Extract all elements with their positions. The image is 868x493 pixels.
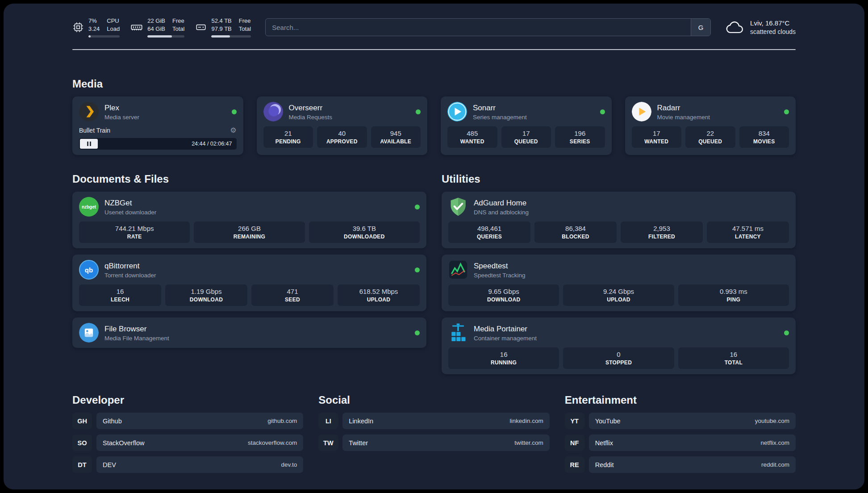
app-subtitle: Media server — [104, 114, 139, 121]
gear-icon[interactable]: ⚙ — [230, 126, 236, 134]
bookmark-url: youtube.com — [755, 418, 789, 424]
pause-button[interactable] — [80, 139, 98, 149]
section-media: Media Plex Media server Bullet Train — [72, 78, 796, 155]
bookmark-youtube[interactable]: YT YouTube youtube.com — [565, 413, 796, 429]
section-documents: Documents & Files nzbget NZBGet Usenet d… — [72, 173, 426, 374]
disk-widget: 52.4 TB 97.9 TB Free Total — [195, 17, 251, 38]
disk-free-value: 52.4 TB — [211, 17, 231, 25]
status-dot — [415, 267, 420, 272]
search-input[interactable] — [266, 19, 691, 36]
stat-rate: 744.21 Mbps RATE — [79, 221, 190, 243]
bookmark-name: StackOverflow — [103, 439, 144, 447]
stat-stopped: 0 STOPPED — [563, 347, 674, 369]
app-name: AdGuard Home — [474, 198, 529, 208]
app-card-qbittorrent[interactable]: qb qBittorrent Torrent downloader 16 LEE… — [72, 255, 426, 311]
section-title-entertainment: Entertainment — [565, 394, 796, 406]
bookmark-linkedin[interactable]: LI LinkedIn linkedin.com — [318, 413, 549, 429]
stat-upload: 9.24 Gbps UPLOAD — [563, 284, 674, 306]
app-card-nzbget[interactable]: nzbget NZBGet Usenet downloader 744.21 M… — [72, 192, 426, 248]
app-card-overseerr[interactable]: Overseerr Media Requests 21 PENDING 40 A… — [257, 96, 428, 155]
stat-wanted: 17 WANTED — [632, 126, 682, 148]
plex-icon — [79, 102, 99, 121]
search-bar: G — [265, 18, 711, 36]
stat-seed: 471 SEED — [251, 284, 334, 306]
section-title-documents: Documents & Files — [72, 173, 426, 185]
app-card-plex[interactable]: Plex Media server Bullet Train ⚙ 24:44 /… — [72, 96, 243, 155]
app-subtitle: DNS and adblocking — [474, 209, 529, 216]
app-subtitle: Usenet downloader — [104, 209, 156, 216]
playback-time: 24:44 / 02:06:47 — [192, 141, 235, 147]
app-card-sonarr[interactable]: Sonarr Series management 485 WANTED 17 Q… — [441, 96, 612, 155]
top-bar: 7% 3.24 CPU Load — [72, 4, 796, 38]
bookmark-dev[interactable]: DT DEV dev.to — [72, 456, 303, 473]
bookmark-name: LinkedIn — [349, 418, 373, 425]
app-card-portainer[interactable]: Media Portainer Container management 16 … — [442, 318, 796, 374]
memory-usage-bar — [147, 35, 184, 38]
now-playing-title: Bullet Train — [79, 127, 110, 134]
portainer-icon — [448, 323, 468, 343]
stat-filtered: 2,953 FILTERED — [621, 221, 703, 243]
disk-usage-bar — [211, 35, 251, 38]
nzbget-icon: nzbget — [79, 197, 99, 217]
bookmark-github[interactable]: GH Github github.com — [72, 413, 303, 429]
bookmark-url: reddit.com — [761, 461, 789, 468]
section-social: Social LI LinkedIn linkedin.com TW Twitt… — [318, 394, 549, 456]
stat-upload: 618.52 Mbps UPLOAD — [338, 284, 420, 306]
topbar-divider — [72, 49, 796, 50]
speedtest-icon — [448, 260, 468, 280]
stat-queries: 498,461 QUERIES — [448, 221, 530, 243]
app-card-radarr[interactable]: Radarr Movie management 17 WANTED 22 QUE… — [625, 96, 796, 155]
status-dot — [415, 205, 420, 209]
stat-latency: 47.571 ms LATENCY — [707, 221, 789, 243]
cpu-label: CPU — [107, 17, 120, 25]
stat-queued: 22 QUEUED — [685, 126, 735, 148]
section-title-social: Social — [318, 394, 549, 406]
stat-queued: 17 QUEUED — [501, 126, 551, 148]
search-engine-button[interactable]: G — [691, 19, 710, 36]
cpu-widget: 7% 3.24 CPU Load — [72, 17, 120, 38]
app-subtitle: Speedtest Tracking — [474, 272, 526, 279]
memory-usage-bar-fill — [147, 35, 172, 38]
disk-total-value: 97.9 TB — [211, 25, 231, 33]
stat-blocked: 86,384 BLOCKED — [534, 221, 617, 243]
bookmark-abbr: RE — [565, 456, 584, 473]
weather-widget: Lviv, 16.87°C scattered clouds — [725, 19, 796, 36]
cpu-usage-value: 7% — [88, 17, 100, 25]
cpu-icon — [72, 21, 84, 33]
bookmark-reddit[interactable]: RE Reddit reddit.com — [565, 456, 796, 473]
app-card-filebrowser[interactable]: File Browser Media File Management — [72, 318, 426, 348]
bookmark-twitter[interactable]: TW Twitter twitter.com — [318, 435, 549, 451]
bookmark-name: DEV — [103, 461, 116, 468]
status-dot — [784, 330, 789, 335]
section-title-media: Media — [72, 78, 796, 90]
filebrowser-icon — [79, 323, 99, 343]
bookmark-url: linkedin.com — [510, 418, 543, 424]
disk-total-label: Total — [239, 25, 251, 33]
bookmark-name: Netflix — [595, 439, 613, 447]
stat-remaining: 266 GB REMAINING — [194, 221, 305, 243]
memory-icon — [130, 21, 143, 33]
bookmark-netflix[interactable]: NF Netflix netflix.com — [565, 435, 796, 451]
app-name: qBittorrent — [104, 261, 156, 271]
status-dot — [416, 109, 421, 114]
stat-movies: 834 MOVIES — [739, 126, 789, 148]
disk-usage-bar-fill — [211, 35, 230, 38]
section-title-utilities: Utilities — [442, 173, 796, 185]
app-card-speedtest[interactable]: Speedtest Speedtest Tracking 9.65 Gbps D… — [442, 255, 796, 311]
bookmark-stackoverflow[interactable]: SO StackOverflow stackoverflow.com — [72, 435, 303, 451]
section-developer: Developer GH Github github.com SO StackO… — [72, 394, 303, 478]
disk-free-label: Free — [239, 17, 251, 25]
app-card-adguard[interactable]: AdGuard Home DNS and adblocking 498,461 … — [442, 192, 796, 248]
app-subtitle: Torrent downloader — [104, 272, 156, 279]
section-title-developer: Developer — [72, 394, 303, 406]
plex-player-bar: 24:44 / 02:06:47 — [79, 138, 237, 150]
stat-available: 945 AVAILABLE — [371, 126, 421, 148]
bookmark-abbr: GH — [72, 413, 92, 429]
stat-pending: 21 PENDING — [263, 126, 313, 148]
app-name: NZBGet — [104, 198, 156, 208]
media-grid: Plex Media server Bullet Train ⚙ 24:44 /… — [72, 96, 796, 155]
app-name: Overseerr — [289, 103, 333, 113]
status-dot — [415, 330, 420, 335]
bookmark-abbr: SO — [72, 435, 92, 451]
app-subtitle: Media Requests — [289, 114, 333, 121]
